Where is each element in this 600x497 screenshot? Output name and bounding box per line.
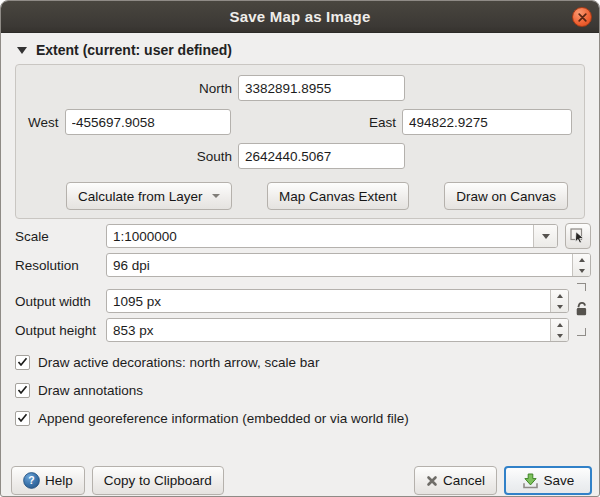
spin-up-button[interactable] (573, 254, 590, 265)
resolution-label: Resolution (15, 258, 106, 273)
cancel-icon (426, 475, 438, 487)
north-label: North (28, 81, 232, 96)
spin-up-button[interactable] (551, 319, 568, 330)
extent-groupbox: North West East South Calculate from Lay… (15, 64, 585, 219)
lock-open-icon (575, 300, 588, 319)
spin-down-button[interactable] (573, 265, 590, 276)
south-input[interactable] (238, 143, 405, 169)
save-button[interactable]: Save (504, 466, 592, 495)
help-icon: ? (23, 472, 40, 489)
north-row: North (28, 75, 572, 101)
scale-label: Scale (15, 229, 106, 244)
lock-bracket-top (577, 283, 586, 291)
extent-buttons-row: Calculate from Layer Map Canvas Extent D… (66, 182, 568, 210)
spin-up-button[interactable] (551, 290, 568, 301)
calculate-from-layer-button[interactable]: Calculate from Layer (66, 182, 232, 210)
spin-down-button[interactable] (551, 301, 568, 312)
dialog-button-box: ? Help Copy to Clipboard Cancel Save (11, 466, 592, 495)
output-width-spinner (550, 290, 568, 312)
output-height-spinbox (106, 318, 569, 342)
draw-decorations-checkbox-row[interactable]: Draw active decorations: north arrow, sc… (15, 352, 585, 372)
output-width-row: Output width (15, 289, 569, 313)
chevron-down-icon (542, 234, 550, 239)
arrow-up-icon (557, 323, 563, 327)
save-icon (522, 473, 539, 489)
output-height-label: Output height (15, 323, 106, 338)
cancel-label: Cancel (443, 473, 485, 488)
help-label: Help (45, 473, 73, 488)
checkbox-checked-icon[interactable] (15, 355, 30, 370)
output-size-block: Output width Output height (1, 277, 591, 342)
save-label: Save (544, 473, 575, 488)
map-canvas-extent-button[interactable]: Map Canvas Extent (267, 182, 409, 210)
output-width-label: Output width (15, 294, 106, 309)
resolution-spinbox (106, 253, 591, 277)
south-label: South (28, 149, 232, 164)
copy-to-clipboard-button[interactable]: Copy to Clipboard (92, 466, 224, 495)
resolution-spinner (572, 254, 590, 276)
calculate-from-layer-label: Calculate from Layer (78, 189, 203, 204)
arrow-down-icon (579, 269, 585, 273)
arrow-up-icon (579, 258, 585, 262)
draw-on-canvas-label: Draw on Canvas (456, 189, 556, 204)
window-title: Save Map as Image (230, 8, 371, 25)
east-input[interactable] (402, 109, 572, 135)
aspect-ratio-lock[interactable] (572, 281, 590, 338)
checkbox-checked-icon[interactable] (15, 383, 30, 398)
output-height-spinner (550, 319, 568, 341)
output-height-row: Output height (15, 318, 569, 342)
scale-row: Scale (15, 224, 591, 248)
help-button[interactable]: ? Help (11, 466, 85, 495)
output-width-input[interactable] (107, 290, 550, 312)
resolution-input[interactable] (107, 254, 572, 276)
extent-group-label: Extent (current: user defined) (36, 42, 232, 58)
scale-combobox (106, 224, 558, 248)
scale-dropdown-button[interactable] (533, 225, 557, 247)
map-pointer-icon (570, 228, 586, 244)
arrow-down-icon (557, 305, 563, 309)
svg-text:?: ? (28, 474, 34, 486)
output-height-input[interactable] (107, 319, 550, 341)
spin-down-button[interactable] (551, 330, 568, 341)
menu-dropdown-icon (212, 194, 220, 198)
west-east-row: West East (28, 109, 572, 135)
extent-group-header[interactable]: Extent (current: user defined) (15, 42, 585, 58)
lock-bracket-bottom (577, 328, 586, 336)
arrow-up-icon (557, 294, 563, 298)
resolution-row: Resolution (15, 253, 591, 277)
checkbox-checked-icon[interactable] (15, 411, 30, 426)
collapse-arrow-icon (17, 47, 27, 54)
copy-to-clipboard-label: Copy to Clipboard (104, 473, 212, 488)
draw-annotations-label: Draw annotations (38, 383, 143, 398)
arrow-down-icon (557, 334, 563, 338)
draw-decorations-label: Draw active decorations: north arrow, sc… (38, 355, 319, 370)
west-label: West (28, 115, 59, 130)
close-icon (578, 13, 587, 22)
close-button[interactable] (572, 7, 592, 27)
map-canvas-extent-label: Map Canvas Extent (279, 189, 397, 204)
append-georeference-checkbox-row[interactable]: Append georeference information (embedde… (15, 408, 585, 428)
east-label: East (369, 115, 396, 130)
save-map-as-image-dialog: Save Map as Image Extent (current: user … (0, 0, 600, 497)
scale-input[interactable] (107, 225, 533, 247)
output-width-spinbox (106, 289, 569, 313)
south-row: South (28, 143, 572, 169)
append-georeference-label: Append georeference information (embedde… (38, 411, 409, 426)
draw-annotations-checkbox-row[interactable]: Draw annotations (15, 380, 585, 400)
cancel-button[interactable]: Cancel (414, 466, 497, 495)
set-scale-from-canvas-button[interactable] (565, 223, 591, 249)
options-checkboxes: Draw active decorations: north arrow, sc… (15, 352, 585, 436)
north-input[interactable] (238, 75, 405, 101)
west-input[interactable] (65, 109, 231, 135)
draw-on-canvas-button[interactable]: Draw on Canvas (444, 182, 568, 210)
titlebar[interactable]: Save Map as Image (1, 1, 599, 33)
